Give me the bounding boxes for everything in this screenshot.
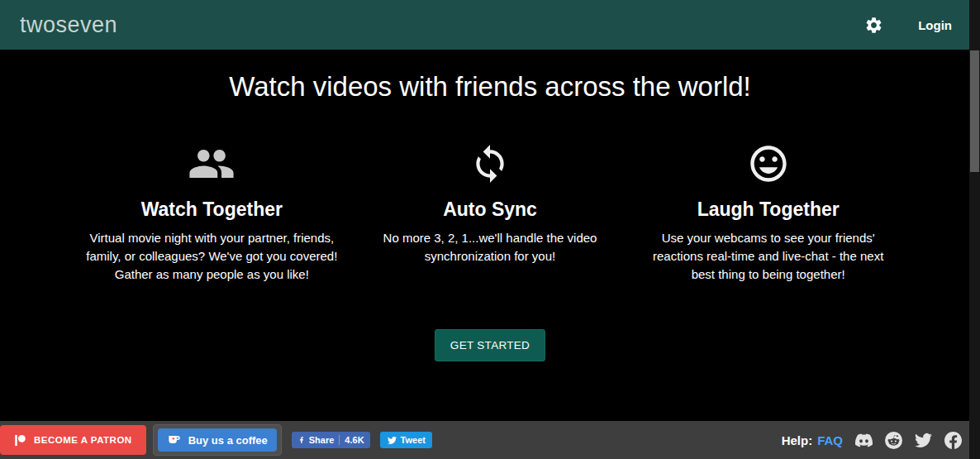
sync-icon (359, 141, 621, 187)
become-a-patron-button[interactable]: BECOME A PATRON (0, 425, 146, 455)
page-title: Watch videos with friends across the wor… (0, 71, 980, 103)
features-section: Watch Together Virtual movie night with … (73, 141, 907, 283)
patreon-icon (14, 434, 26, 447)
smiley-icon (637, 141, 899, 187)
twitter-bird-icon (387, 436, 397, 445)
twitter-icon[interactable] (915, 432, 932, 449)
login-button[interactable]: Login (918, 18, 952, 32)
tweet-label: Tweet (401, 435, 426, 445)
navbar: twoseven Login (0, 0, 980, 50)
brand-logo[interactable]: twoseven (20, 12, 117, 38)
share-count: 4.6K (339, 435, 364, 445)
feature-title: Laugh Together (637, 198, 899, 221)
scrollbar-track[interactable] (969, 0, 980, 459)
feature-title: Auto Sync (359, 198, 621, 221)
facebook-icon[interactable] (944, 432, 962, 449)
feature-watch-together: Watch Together Virtual movie night with … (73, 141, 351, 283)
scrollbar-thumb[interactable] (970, 50, 979, 172)
faq-link[interactable]: FAQ (817, 433, 843, 447)
buy-us-a-coffee-button[interactable]: Buy us a coffee (158, 428, 277, 452)
cta-wrap: GET STARTED (0, 329, 980, 361)
feature-description: Virtual movie night with your partner, f… (86, 229, 338, 283)
get-started-button[interactable]: GET STARTED (435, 329, 545, 361)
discord-icon[interactable] (855, 432, 873, 449)
feature-description: No more 3, 2, 1...we'll handle the video… (364, 229, 616, 265)
feature-description: Use your webcams to see your friends' re… (642, 229, 894, 283)
kofi-panel: Buy us a coffee (153, 424, 282, 456)
reddit-icon[interactable] (885, 432, 902, 449)
settings-gear-icon[interactable] (864, 16, 883, 35)
share-label: Share (309, 435, 335, 445)
patreon-label: BECOME A PATRON (34, 435, 132, 445)
help-label: Help: (782, 433, 813, 447)
footer-bar: BECOME A PATRON Buy us a coffee Share 4.… (0, 421, 980, 459)
coffee-cup-icon (167, 433, 183, 448)
feature-auto-sync: Auto Sync No more 3, 2, 1...we'll handle… (351, 141, 630, 283)
people-icon (81, 141, 343, 187)
feature-title: Watch Together (81, 198, 343, 221)
feature-laugh-together: Laugh Together Use your webcams to see y… (629, 141, 907, 283)
facebook-share-button[interactable]: Share 4.6K (292, 432, 370, 448)
main-content: Watch videos with friends across the wor… (0, 71, 980, 361)
kofi-label: Buy us a coffee (188, 434, 268, 447)
facebook-f-icon (297, 435, 306, 445)
navbar-right: Login (864, 16, 952, 35)
footer-right: Help: FAQ (782, 432, 962, 449)
tweet-button[interactable]: Tweet (380, 432, 432, 448)
